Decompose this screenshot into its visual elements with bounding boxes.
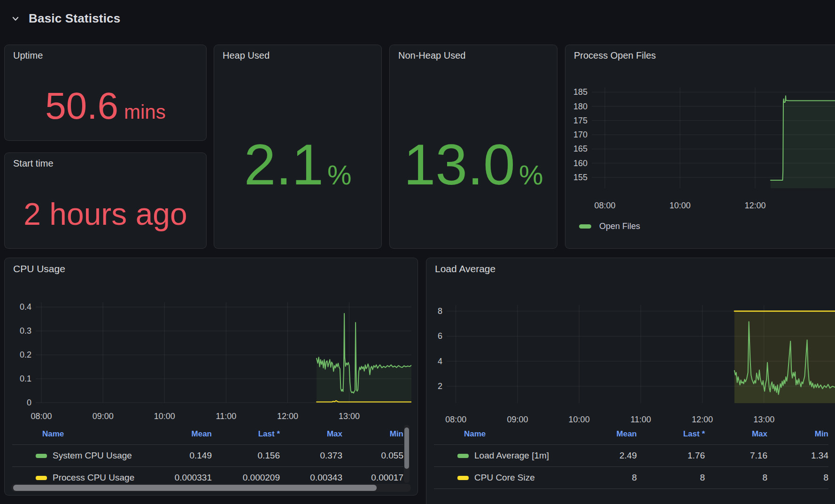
horizontal-scrollbar-thumb[interactable]	[13, 485, 377, 491]
start-time-value: 2 hours ago	[23, 199, 187, 229]
y-axis-tick: 0.1	[20, 374, 31, 383]
cpu-usage-legend-table: NameMeanLast *MaxMinSystem CPU Usage0.14…	[12, 423, 403, 484]
panel-uptime: Uptime 50.6 mins	[4, 45, 207, 141]
series-stat-value: 0.00343	[280, 473, 342, 483]
column-header-max[interactable]: Max	[705, 429, 767, 439]
panel-load-average: Load Average 246808:0009:0010:0011:0012:…	[426, 258, 835, 504]
process-open-files-chart[interactable]: 15516016517017518018508:0010:0012:00	[565, 45, 835, 215]
panel-title: Heap Used	[223, 50, 270, 61]
column-header-min[interactable]: Min	[767, 429, 828, 439]
legend-table-row: System CPU Usage0.1490.1560.3730.055	[12, 445, 403, 467]
x-axis-tick: 13:00	[339, 412, 360, 421]
panel-start-time: Start time 2 hours ago	[4, 153, 207, 249]
heap-used-unit: %	[327, 161, 352, 189]
series-stat-value: 1.34	[767, 451, 828, 461]
y-axis-tick: 0.4	[20, 302, 31, 312]
x-axis-tick: 12:00	[277, 412, 298, 421]
legend-table-row: Process CPU Usage0.0003310.0002090.00343…	[12, 467, 403, 484]
non-heap-used-unit: %	[519, 161, 543, 189]
series-swatch	[36, 476, 47, 480]
column-header-last[interactable]: Last *	[637, 429, 705, 439]
series-name[interactable]: Load Average [1m]	[474, 451, 549, 461]
series-stat-value: 1.76	[637, 451, 705, 461]
horizontal-scrollbar[interactable]	[11, 484, 411, 492]
column-header-last[interactable]: Last *	[212, 429, 280, 439]
load-average-legend-table: NameMeanLast *MaxMinLoad Average [1m]2.4…	[434, 423, 828, 489]
panel-title: Non-Heap Used	[398, 50, 465, 61]
y-axis-tick: 185	[573, 87, 588, 97]
series-stat-value: 0.000209	[212, 473, 280, 483]
series-stat-value: 0.055	[342, 451, 403, 461]
y-axis-tick: 165	[573, 144, 588, 153]
series-stat-value: 8	[705, 473, 767, 483]
panel-title: Process Open Files	[574, 50, 656, 61]
column-header-max[interactable]: Max	[280, 429, 342, 439]
column-header-name[interactable]: Name	[12, 429, 148, 439]
load-average-chart[interactable]: 246808:0009:0010:0011:0012:0013:00	[426, 258, 835, 425]
legend-table-row: CPU Core Size8888	[434, 467, 828, 489]
x-axis-tick: 09:00	[507, 415, 528, 424]
y-axis-tick: 155	[573, 173, 588, 182]
panel-title: Uptime	[13, 50, 43, 61]
series-stat-value: 8	[637, 473, 705, 483]
series-stat-value: 2.49	[573, 451, 637, 461]
column-header-mean[interactable]: Mean	[148, 429, 212, 439]
x-axis-tick: 08:00	[445, 415, 466, 424]
series-stat-value: 0.00017	[342, 473, 403, 483]
row-basic-statistics[interactable]: Basic Statistics	[11, 11, 120, 26]
panel-title: Load Average	[435, 263, 495, 275]
stat-value-area: 2.1 %	[214, 45, 381, 248]
x-axis-tick: 10:00	[669, 201, 690, 210]
x-axis-tick: 11:00	[630, 415, 651, 424]
series-swatch	[457, 476, 469, 480]
x-axis-tick: 10:00	[154, 412, 175, 421]
series-stat-value: 0.373	[280, 451, 342, 461]
series-name[interactable]: Process CPU Usage	[53, 473, 134, 483]
column-header-min[interactable]: Min	[342, 429, 403, 439]
series-stat-value: 7.16	[705, 451, 767, 461]
vertical-scrollbar[interactable]	[404, 425, 410, 483]
panel-heap-used: Heap Used 2.1 %	[214, 45, 382, 249]
panel-cpu-usage: CPU Usage 00.10.20.30.408:0009:0010:0011…	[4, 258, 418, 496]
column-header-mean[interactable]: Mean	[573, 429, 637, 439]
y-axis-tick: 160	[573, 159, 588, 168]
y-axis-tick: 180	[573, 102, 588, 111]
series-name[interactable]: CPU Core Size	[474, 473, 535, 483]
column-header-name[interactable]: Name	[434, 429, 573, 439]
y-axis-tick: 4	[438, 357, 442, 366]
uptime-unit: mins	[124, 102, 166, 122]
panel-process-open-files: Process Open Files 155160165170175180185…	[565, 45, 835, 249]
panel-title: Start time	[13, 158, 54, 169]
series-swatch	[457, 454, 469, 458]
y-axis-tick: 0	[27, 398, 31, 407]
series-stat-value: 8	[573, 473, 637, 483]
series-swatch	[36, 454, 47, 458]
x-axis-tick: 08:00	[31, 412, 52, 421]
series-swatch	[579, 224, 591, 229]
legend-table-row: Load Average [1m]2.491.767.161.34	[434, 445, 828, 467]
section-title[interactable]: Basic Statistics	[29, 11, 120, 26]
series-stat-value: 0.156	[212, 451, 280, 461]
panel-title: CPU Usage	[13, 263, 65, 275]
x-axis-tick: 11:00	[216, 412, 237, 421]
legend-item-open-files[interactable]: Open Files	[579, 221, 640, 231]
series-stat-value: 8	[767, 473, 828, 483]
x-axis-tick: 10:00	[569, 415, 590, 424]
non-heap-used-value: 13.0	[403, 136, 515, 193]
series-name[interactable]: System CPU Usage	[53, 451, 132, 461]
cpu-usage-chart[interactable]: 00.10.20.30.408:0009:0010:0011:0012:0013…	[5, 258, 418, 423]
x-axis-tick: 12:00	[692, 415, 713, 424]
panel-non-heap-used: Non-Heap Used 13.0 %	[389, 45, 557, 249]
vertical-scrollbar-thumb[interactable]	[404, 428, 409, 469]
chevron-down-icon[interactable]	[11, 15, 20, 23]
series-stat-value: 0.149	[148, 451, 212, 461]
series-stat-value: 0.000331	[148, 473, 212, 483]
y-axis-tick: 6	[438, 331, 442, 341]
uptime-value: 50.6	[45, 87, 118, 125]
x-axis-tick: 08:00	[594, 201, 615, 210]
y-axis-tick: 8	[438, 306, 442, 316]
x-axis-tick: 12:00	[744, 201, 765, 210]
legend-label[interactable]: Open Files	[599, 221, 640, 231]
x-axis-tick: 13:00	[753, 415, 774, 424]
y-axis-tick: 175	[573, 116, 588, 125]
